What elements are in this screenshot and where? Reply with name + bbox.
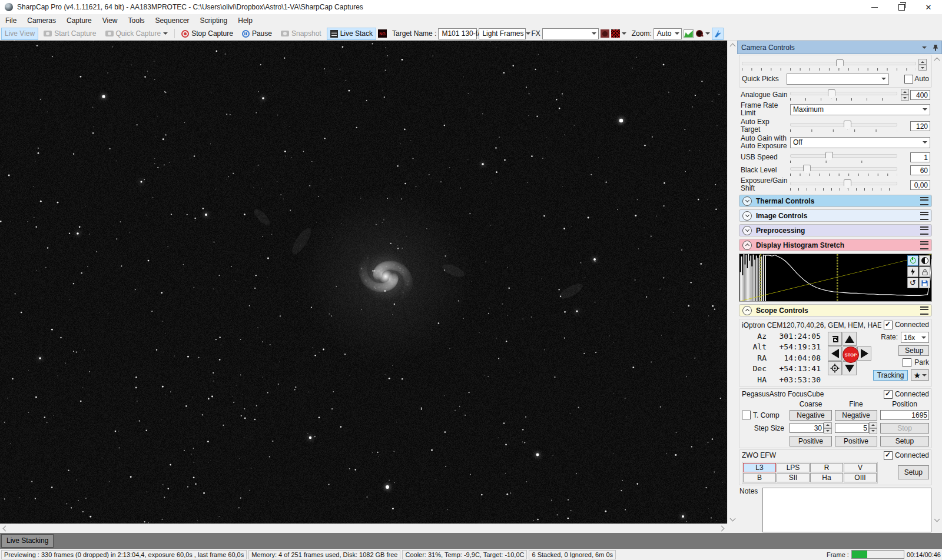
reset-stretch-button[interactable]: ↺ (907, 278, 918, 288)
section-menu-icon[interactable] (920, 226, 928, 235)
section-menu-icon[interactable] (920, 212, 928, 220)
image-vertical-scrollbar[interactable] (727, 41, 737, 524)
filter-lps-button[interactable]: LPS (777, 463, 810, 472)
scroll-right-button[interactable] (718, 524, 727, 533)
park-checkbox[interactable] (903, 358, 911, 367)
menu-sequencer[interactable]: Sequencer (150, 14, 195, 27)
slew-west-button[interactable] (828, 346, 842, 361)
histogram-tool-icon[interactable] (684, 29, 694, 38)
analogue-gain-slider[interactable] (790, 89, 897, 98)
live-view-image[interactable] (0, 41, 727, 524)
live-stack-button[interactable]: Live Stack (327, 28, 376, 40)
collapse-icon[interactable] (742, 306, 752, 315)
contrast-button[interactable] (919, 255, 930, 266)
focuser-connected-checkbox[interactable] (884, 390, 893, 399)
histogram-display[interactable]: ↺ (739, 254, 932, 302)
section-menu-icon[interactable] (920, 241, 928, 249)
efw-setup-button[interactable]: Setup (898, 465, 929, 479)
menu-view[interactable]: View (97, 14, 123, 27)
section-image-controls[interactable]: Image Controls (739, 209, 932, 222)
menu-help[interactable]: Help (233, 14, 258, 27)
fx-select[interactable] (542, 28, 599, 39)
section-menu-icon[interactable] (920, 306, 928, 315)
coarse-step-spinner[interactable] (824, 422, 832, 434)
tracking-button[interactable]: Tracking (873, 370, 908, 381)
filter-v-button[interactable]: V (844, 463, 877, 472)
rate-select[interactable]: 16x (901, 332, 929, 343)
sensor-preview-icon[interactable]: NG (378, 29, 387, 38)
t-comp-checkbox[interactable] (742, 411, 751, 419)
close-button[interactable]: ✕ (915, 0, 942, 14)
start-capture-button[interactable]: Start Capture (40, 28, 99, 40)
image-horizontal-scrollbar[interactable] (0, 524, 727, 533)
frame-rate-limit-select[interactable]: Maximum (790, 104, 930, 115)
tab-live-stacking[interactable]: Live Stacking (1, 534, 54, 548)
scroll-left-button[interactable] (0, 524, 9, 533)
fine-negative-button[interactable]: Negative (835, 410, 877, 421)
panel-scroll-up-button[interactable] (933, 55, 941, 64)
debayer-pattern-icon[interactable] (611, 29, 620, 38)
section-scope-controls[interactable]: Scope Controls (739, 304, 932, 316)
focuser-position-value[interactable]: 1695 (880, 410, 929, 420)
fine-positive-button[interactable]: Positive (835, 436, 877, 446)
bayer-preview-icon[interactable] (601, 29, 609, 38)
filter-r-button[interactable]: R (810, 463, 843, 472)
exp-gain-shift-slider[interactable] (790, 179, 897, 188)
target-name-select[interactable]: M101 130-f/5. (438, 28, 477, 39)
filter-sii-button[interactable]: SII (777, 473, 810, 482)
coarse-negative-button[interactable]: Negative (790, 410, 832, 421)
focuser-setup-button[interactable]: Setup (880, 436, 929, 446)
quick-picks-select[interactable] (787, 74, 889, 85)
collapse-icon[interactable] (742, 241, 752, 250)
chevron-down-icon[interactable] (622, 32, 626, 35)
lock-button[interactable] (919, 266, 930, 277)
slider-thumb[interactable] (844, 179, 851, 189)
expand-icon[interactable] (742, 211, 752, 221)
black-level-slider[interactable] (790, 165, 897, 173)
slew-east-button[interactable] (857, 346, 871, 361)
scroll-down-button[interactable] (728, 515, 737, 524)
expand-icon[interactable] (742, 226, 752, 235)
analogue-gain-value[interactable]: 400 (910, 90, 930, 100)
restore-button[interactable] (888, 0, 915, 14)
section-thermal-controls[interactable]: Thermal Controls (739, 195, 932, 207)
exposure-slider[interactable] (742, 59, 916, 68)
section-menu-icon[interactable] (920, 197, 928, 205)
slider-thumb[interactable] (836, 59, 844, 69)
scope-stop-button[interactable]: STOP (843, 346, 859, 363)
panel-scroll-down-button[interactable] (933, 515, 941, 524)
slider-thumb[interactable] (803, 165, 811, 174)
quick-capture-button[interactable]: Quick Capture (102, 28, 172, 40)
auto-gain-select[interactable]: Off (790, 137, 930, 148)
stop-capture-button[interactable]: Stop Capture (178, 28, 237, 40)
scroll-up-button[interactable] (728, 41, 737, 49)
snapshot-button[interactable]: Snapshot (277, 28, 325, 40)
slider-thumb[interactable] (844, 121, 851, 130)
pin-icon[interactable] (933, 44, 938, 51)
goto-target-button[interactable] (828, 361, 842, 375)
filter-b-button[interactable]: B (743, 473, 776, 482)
exposure-spinner[interactable] (918, 59, 927, 71)
scope-setup-button[interactable]: Setup (898, 345, 929, 356)
black-level-value[interactable]: 60 (910, 165, 930, 175)
spiral-search-button[interactable] (828, 332, 842, 346)
auto-stretch-button[interactable] (907, 266, 918, 277)
notes-textarea[interactable] (762, 488, 931, 532)
scope-connected-checkbox[interactable] (884, 321, 893, 329)
slider-thumb[interactable] (825, 152, 833, 161)
focuser-stop-button[interactable]: Stop (880, 423, 929, 434)
pause-button[interactable]: Pause (238, 28, 276, 40)
exp-gain-shift-value[interactable]: 0,00 (910, 180, 930, 190)
tracking-rate-button[interactable]: ★ (911, 369, 929, 381)
menu-file[interactable]: File (0, 14, 22, 27)
menu-cameras[interactable]: Cameras (22, 14, 61, 27)
panel-scrollbar[interactable] (933, 55, 941, 532)
fine-step-stepper[interactable]: 5 (835, 422, 877, 434)
minimize-button[interactable] (861, 0, 888, 14)
section-display-histogram-stretch[interactable]: Display Histogram Stretch (739, 239, 932, 251)
coarse-step-stepper[interactable]: 30 (790, 422, 832, 434)
menu-capture[interactable]: Capture (61, 14, 97, 27)
coarse-positive-button[interactable]: Positive (790, 436, 832, 446)
auto-exp-target-slider[interactable] (790, 121, 897, 129)
camera-controls-header[interactable]: Camera Controls (737, 41, 942, 54)
